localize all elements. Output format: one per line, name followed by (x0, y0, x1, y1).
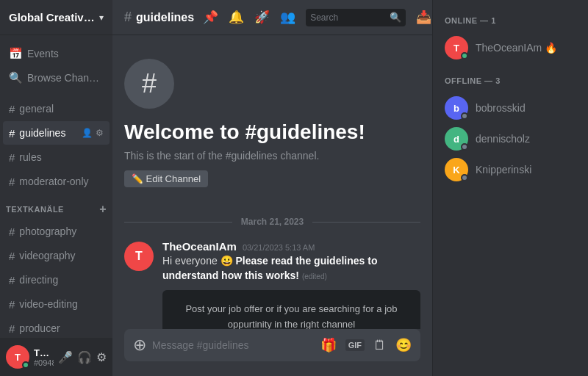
channel-item-events[interactable]: 📅 Events (3, 42, 110, 65)
channel-item-photography[interactable]: # photography (3, 220, 110, 243)
message-input-bar: ⊕ 🎁 GIF 🗒 😊 (124, 329, 420, 361)
channel-item-rules[interactable]: # rules (3, 145, 110, 169)
channel-item-video-editing[interactable]: # video-editing (3, 292, 110, 316)
members-icon[interactable]: 👥 (280, 10, 295, 25)
channel-label: photography (19, 225, 104, 237)
search-bar[interactable]: 🔍 (306, 9, 406, 26)
pin-icon[interactable]: 📌 (203, 10, 218, 25)
member-avatar: b (445, 96, 468, 120)
hash-icon: # (9, 298, 15, 311)
add-attachment-button[interactable]: ⊕ (133, 336, 146, 355)
search-icon: 🔍 (390, 12, 401, 23)
user-icon[interactable]: 👤 (82, 128, 93, 138)
bell-icon[interactable]: 🔔 (229, 10, 244, 25)
gif-icon[interactable]: GIF (345, 339, 365, 351)
channel-item-directing[interactable]: # directing (3, 268, 110, 292)
channel-label: guidelines (19, 127, 79, 139)
browse-icon: 🔍 (9, 71, 23, 84)
channel-item-general[interactable]: # general (3, 97, 110, 120)
edit-channel-button[interactable]: ✏️ Edit Channel (124, 170, 208, 187)
user-tag: #0948 (34, 358, 54, 367)
hash-icon: # (9, 176, 15, 188)
channel-item-producer[interactable]: # producer (3, 317, 110, 338)
message-avatar: T (124, 242, 154, 271)
offline-header: OFFLINE — 3 (433, 72, 588, 90)
message-header: TheOceanIAm 03/21/2023 5:13 AM (162, 240, 420, 253)
gear-icon[interactable]: ⚙ (96, 128, 104, 138)
hash-icon: # (9, 322, 15, 335)
category-textkanale[interactable]: TEXTKANÄLE + (0, 194, 112, 219)
app: Global Creative Network ▾ 📅 Events 🔍 Bro… (0, 0, 588, 376)
status-offline-dot (461, 143, 468, 151)
guideline-card: Post your job offer or if you are search… (162, 290, 420, 329)
status-offline-dot (461, 174, 468, 181)
topbar-channel-name: guidelines (136, 11, 194, 24)
settings-icon[interactable]: ⚙ (96, 350, 107, 364)
channel-view: # guidelines 📌 🔔 🚀 👥 🔍 📥 ❓ (112, 0, 432, 376)
date-divider: March 21, 2023 (112, 211, 432, 233)
channel-item-browse[interactable]: 🔍 Browse Channels (3, 66, 110, 90)
gift-icon[interactable]: 🎁 (320, 337, 337, 353)
message-group: T TheOceanIAm 03/21/2023 5:13 AM Hi ever… (112, 239, 432, 329)
welcome-icon: # (124, 59, 174, 109)
category-label: TEXTKANÄLE (6, 205, 64, 214)
topbar-actions: 📌 🔔 🚀 👥 🔍 📥 ❓ (203, 9, 432, 26)
message-text: Hi everyone 😀 Please read the guidelines… (162, 254, 420, 283)
search-input[interactable] (310, 12, 385, 23)
main-layout: Global Creative Network ▾ 📅 Events 🔍 Bro… (0, 0, 588, 376)
status-offline-dot (461, 112, 468, 120)
emoji-icon[interactable]: 😊 (395, 337, 412, 353)
add-channel-icon[interactable]: + (99, 203, 107, 216)
member-name: Knipperinski (476, 164, 531, 176)
topbar: # guidelines 📌 🔔 🚀 👥 🔍 📥 ❓ (112, 0, 432, 35)
date-line-left (124, 222, 232, 223)
member-item-dennischolz[interactable]: d dennischolz (436, 124, 585, 153)
server-header[interactable]: Global Creative Network ▾ (0, 0, 112, 35)
message-input[interactable] (152, 339, 315, 351)
message-content: TheOceanIAm 03/21/2023 5:13 AM Hi everyo… (162, 240, 420, 329)
user-info: TheOceanI... #0948 (34, 347, 54, 367)
channel-item-videography[interactable]: # videography (3, 244, 110, 267)
rocket-icon[interactable]: 🚀 (254, 10, 270, 25)
channel-label: Events (27, 48, 104, 59)
member-avatar: d (445, 127, 468, 151)
channel-label: videography (19, 250, 104, 261)
server-sidebar: Global Creative Network ▾ 📅 Events 🔍 Bro… (0, 0, 112, 376)
headphone-icon[interactable]: 🎧 (77, 350, 92, 364)
status-dot (22, 361, 29, 369)
status-online-dot (461, 52, 468, 59)
member-avatar: K (445, 158, 468, 181)
channel-item-moderator-only[interactable]: # moderator-only (3, 170, 110, 193)
hash-icon: # (9, 151, 15, 164)
message-input-area: ⊕ 🎁 GIF 🗒 😊 (112, 329, 432, 376)
message-timestamp: 03/21/2023 5:13 AM (243, 243, 315, 252)
sticker-icon[interactable]: 🗒 (373, 338, 387, 353)
user-controls: 🎤 🎧 ⚙ (58, 350, 107, 364)
channel-label: moderator-only (19, 176, 104, 187)
guideline-line-1: Post your job offer or if you are search… (180, 302, 403, 329)
user-avatar: T (6, 345, 29, 369)
member-item-bobrosskid[interactable]: b bobrosskid (436, 93, 585, 123)
messages-area: # Welcome to #guidelines! This is the st… (112, 35, 432, 329)
channel-label: directing (19, 274, 104, 286)
channel-label: producer (19, 322, 104, 334)
hash-icon: # (9, 103, 15, 115)
hash-icon: # (9, 274, 15, 286)
member-item-theoceaniam[interactable]: T TheOceanIAm 🔥 (436, 33, 585, 62)
date-text: March 21, 2023 (232, 217, 312, 227)
hash-large-icon: # (142, 68, 157, 99)
channel-hash-icon: # (124, 10, 132, 25)
online-header: ONLINE — 1 (433, 12, 588, 29)
channel-item-guidelines[interactable]: # guidelines 👤 ⚙ (3, 121, 110, 145)
hash-icon: # (9, 225, 15, 238)
inbox-icon[interactable]: 📥 (416, 10, 431, 25)
channel-label: video-editing (19, 298, 104, 310)
message-username[interactable]: TheOceanIAm (162, 240, 237, 253)
user-name: TheOceanI... (34, 347, 54, 358)
member-item-knipperinski[interactable]: K Knipperinski (436, 155, 585, 184)
user-footer: T TheOceanI... #0948 🎤 🎧 ⚙ (0, 338, 112, 376)
channel-label: rules (19, 151, 104, 163)
welcome-title: Welcome to #guidelines! (124, 120, 420, 144)
edited-label: (edited) (302, 272, 327, 281)
microphone-icon[interactable]: 🎤 (58, 350, 73, 364)
